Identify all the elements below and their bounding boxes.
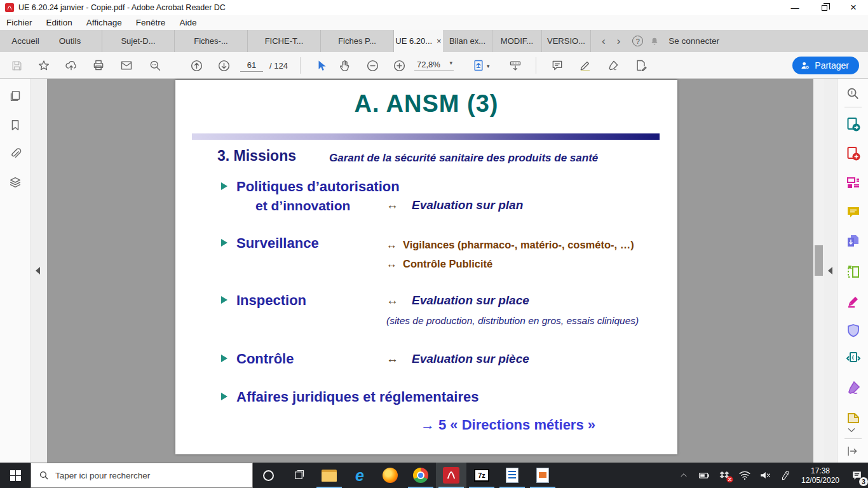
taskbar-edge[interactable]: e: [344, 463, 375, 488]
page-display-icon[interactable]: [508, 58, 522, 72]
edit-pdf-icon[interactable]: [846, 175, 861, 191]
cloud-upload-icon[interactable]: [64, 58, 78, 72]
doc-tab-2[interactable]: Fiches-...: [175, 30, 248, 52]
pdf-page[interactable]: A. ANSM (3) 3. Missions Garant de la séc…: [175, 80, 677, 454]
doc-tab-8[interactable]: VERSIO...: [542, 30, 591, 52]
tab-close-icon[interactable]: ×: [437, 36, 442, 46]
task-view-button[interactable]: [283, 463, 314, 488]
comment-tool-icon[interactable]: [846, 205, 861, 220]
taskbar-impress[interactable]: [527, 463, 558, 488]
tab-scroll-left-icon[interactable]: ‹: [596, 35, 611, 48]
tray-clock[interactable]: 17:38 12/05/2020: [796, 466, 845, 485]
highlighter-icon[interactable]: [578, 58, 592, 72]
taskbar-search-input[interactable]: Taper ici pour rechercher: [31, 463, 253, 488]
taskbar-firefox[interactable]: [375, 463, 405, 488]
scrollbar-thumb[interactable]: [815, 245, 823, 276]
doc-tab-3[interactable]: FICHE-T...: [248, 30, 321, 52]
bullet-arrow-icon: [221, 296, 227, 304]
help-icon[interactable]: ?: [632, 36, 643, 46]
organize-pages-icon[interactable]: [846, 264, 861, 280]
pen-icon[interactable]: [775, 463, 796, 488]
taskbar-acrobat-active[interactable]: [436, 463, 466, 488]
signature-pen-icon[interactable]: [606, 58, 620, 72]
redact-icon[interactable]: [846, 294, 861, 309]
zoom-level-value: 72,8%: [417, 60, 440, 69]
volume-muted-icon[interactable]: [755, 463, 775, 488]
menu-fichier[interactable]: Fichier: [6, 18, 32, 27]
email-icon[interactable]: [119, 58, 133, 72]
zoom-in-icon[interactable]: [392, 58, 406, 72]
protect-icon[interactable]: [846, 323, 861, 338]
star-icon[interactable]: [37, 58, 51, 72]
search-tools-icon[interactable]: [846, 86, 861, 102]
doc-tab-4[interactable]: Fiches P...: [321, 30, 394, 52]
bookmarks-icon[interactable]: [8, 118, 22, 132]
taskbar-writer[interactable]: [497, 463, 527, 488]
search-icon[interactable]: [148, 58, 162, 72]
doc-tab-7[interactable]: MODIF...: [492, 30, 542, 52]
bullet-arrow-icon: [221, 182, 227, 190]
zoom-out-icon[interactable]: [365, 58, 379, 72]
fit-page-icon[interactable]: [471, 58, 485, 72]
writer-icon: [506, 468, 519, 483]
taskbar-7zip[interactable]: 7z: [466, 463, 497, 488]
next-page-icon[interactable]: [217, 58, 231, 72]
save-icon[interactable]: [10, 58, 24, 72]
dropbox-sync-error-icon[interactable]: [714, 463, 735, 488]
notification-center-button[interactable]: 3: [845, 463, 868, 488]
chrome-icon: [413, 468, 428, 483]
print-icon[interactable]: [92, 58, 105, 72]
vertical-scrollbar[interactable]: [813, 79, 824, 463]
create-pdf-icon[interactable]: [846, 146, 861, 161]
doc-tab-1[interactable]: Sujet-D...: [102, 30, 175, 52]
firefox-icon: [383, 468, 398, 483]
menu-aide[interactable]: Aide: [179, 18, 196, 27]
cortana-button[interactable]: [253, 463, 283, 488]
zoom-level-select[interactable]: 72,8% ▾: [414, 59, 454, 71]
attachments-icon[interactable]: [8, 147, 22, 161]
menu-affichage[interactable]: Affichage: [86, 18, 122, 27]
sign-in-button[interactable]: Se connecter: [668, 36, 719, 46]
start-button[interactable]: [0, 463, 31, 488]
chevron-down-icon[interactable]: [846, 424, 861, 440]
tab-outils[interactable]: Outils: [52, 30, 88, 52]
doc-tab-6[interactable]: Bilan ex...: [443, 30, 492, 52]
tab-accueil[interactable]: Accueil: [8, 30, 43, 52]
collapse-left-pane-icon[interactable]: [36, 267, 40, 274]
doc-tab-active[interactable]: UE 6.20... ×: [394, 30, 443, 52]
menu-fenetre[interactable]: Fenêtre: [136, 18, 166, 27]
selection-tool-icon[interactable]: [314, 58, 328, 72]
layers-icon[interactable]: [8, 175, 22, 189]
open-tools-pane-icon[interactable]: [846, 445, 861, 460]
minimize-button[interactable]: —: [780, 0, 810, 15]
add-person-icon: [800, 60, 810, 71]
wifi-icon[interactable]: [735, 463, 755, 488]
page-number-input[interactable]: [240, 59, 263, 72]
restore-button[interactable]: [810, 0, 839, 15]
taskbar-explorer[interactable]: [314, 463, 344, 488]
bullet-arrow-icon: [221, 393, 227, 400]
fit-page-dropdown-icon[interactable]: ▾: [487, 63, 490, 69]
compress-pdf-icon[interactable]: [846, 351, 861, 366]
close-button[interactable]: ×: [839, 0, 868, 15]
taskbar-chrome[interactable]: [405, 463, 436, 488]
combine-files-icon[interactable]: [846, 234, 861, 249]
collapse-right-pane-icon[interactable]: [828, 267, 832, 274]
page-thumbnails-icon[interactable]: [8, 89, 22, 103]
menu-edition[interactable]: Edition: [46, 18, 72, 27]
hand-tool-icon[interactable]: [337, 58, 351, 72]
tab-scroll-right-icon[interactable]: ›: [611, 35, 627, 48]
previous-page-icon[interactable]: [189, 58, 203, 72]
comment-icon[interactable]: [550, 58, 564, 72]
bell-icon[interactable]: [649, 36, 660, 46]
document-area[interactable]: A. ANSM (3) 3. Missions Garant de la séc…: [47, 79, 813, 463]
more-tools-icon[interactable]: [846, 410, 861, 426]
export-pdf-icon[interactable]: [846, 117, 861, 132]
task-view-icon: [293, 470, 304, 481]
edit-page-icon[interactable]: [634, 58, 648, 72]
left-pane-strip: [31, 79, 47, 463]
share-button[interactable]: Partager: [792, 57, 859, 74]
fill-sign-icon[interactable]: [846, 380, 861, 395]
battery-icon[interactable]: [694, 463, 714, 488]
tray-expand-chevron-icon[interactable]: [674, 463, 694, 488]
